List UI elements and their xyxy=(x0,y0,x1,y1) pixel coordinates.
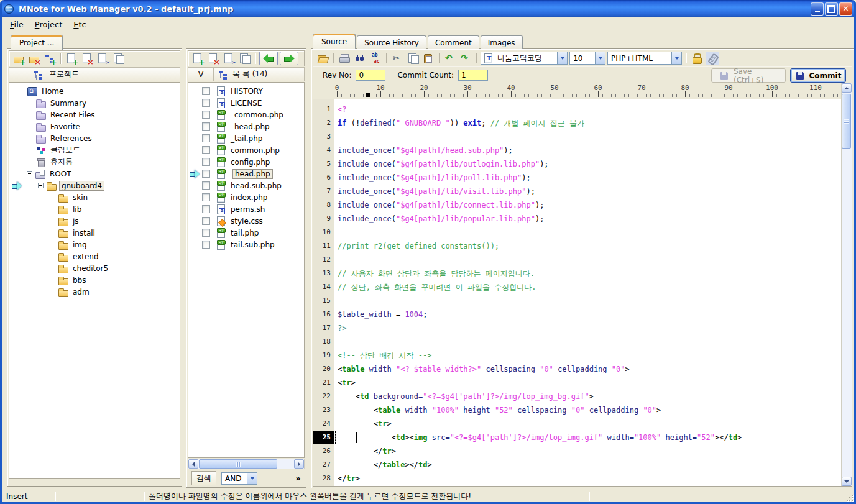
search-button[interactable]: 검색 xyxy=(191,471,216,485)
file-item-_common-php[interactable]: _common.php xyxy=(188,109,304,121)
horizontal-scrollbar[interactable] xyxy=(188,459,305,469)
file-item-head-sub-php[interactable]: head.sub.php xyxy=(188,180,304,191)
code-area[interactable]: <?if (!defined("_GNUBOARD_")) exit; // 개… xyxy=(335,99,841,486)
cut-button[interactable] xyxy=(390,52,404,65)
menu-file[interactable]: File xyxy=(4,18,29,31)
tree-expander-icon[interactable] xyxy=(38,183,44,188)
file-item-perms-sh[interactable]: perms.sh xyxy=(188,203,304,215)
file-checkbox[interactable] xyxy=(202,158,210,166)
tree-item-클립보드[interactable]: 클립보드 xyxy=(9,144,180,156)
scroll-up-button[interactable] xyxy=(842,83,852,93)
file-item-common-php[interactable]: common.php xyxy=(188,144,304,156)
file-checkbox[interactable] xyxy=(202,111,210,119)
file-item-LICENSE[interactable]: LICENSE xyxy=(188,97,304,109)
file-checkbox[interactable] xyxy=(202,122,210,131)
tree-item-휴지통[interactable]: 휴지통 xyxy=(9,156,180,168)
tree-item-gnuboard4[interactable]: gnuboard4 xyxy=(9,180,180,191)
undo-button[interactable] xyxy=(443,52,457,65)
rev-no-input[interactable]: 0 xyxy=(356,70,385,81)
close-button[interactable] xyxy=(839,2,852,16)
commit-button[interactable]: Commit xyxy=(790,68,846,83)
chevron-down-icon[interactable] xyxy=(595,52,605,64)
file-checkbox[interactable] xyxy=(202,205,210,213)
file-list[interactable]: HISTORYLICENSE_common.php_head.php_tail.… xyxy=(188,82,305,458)
project-tree-header[interactable]: 프로젝트 xyxy=(9,67,180,81)
file-checkbox[interactable] xyxy=(202,229,210,237)
tree-add-button[interactable] xyxy=(43,52,57,65)
file-cut-button[interactable] xyxy=(222,52,236,65)
file-copy-button[interactable] xyxy=(111,52,125,65)
chevron-down-icon[interactable] xyxy=(247,473,257,484)
tab-source-history[interactable]: Source History xyxy=(357,35,426,49)
search-operator-select[interactable]: AND xyxy=(221,472,257,485)
file-add-button[interactable] xyxy=(191,52,205,65)
paste-button[interactable] xyxy=(421,52,435,65)
file-checkbox[interactable] xyxy=(202,134,210,142)
commit-count-input[interactable]: 1 xyxy=(458,70,488,81)
vertical-scrollbar[interactable] xyxy=(841,83,852,486)
file-item-tail-php[interactable]: tail.php xyxy=(188,227,304,239)
menu-project[interactable]: Project xyxy=(29,18,68,31)
tree-item-cheditor5[interactable]: cheditor5 xyxy=(9,262,180,274)
folder-delete-button[interactable] xyxy=(27,52,41,65)
save-button[interactable]: Save (Ctrl+S) xyxy=(711,68,786,83)
file-delete-button[interactable] xyxy=(80,52,94,65)
check-column-header[interactable]: V xyxy=(188,70,213,79)
tree-item-favorite[interactable]: Favorite xyxy=(9,121,180,132)
tree-item-install[interactable]: install xyxy=(9,227,180,239)
file-checkbox[interactable] xyxy=(202,146,210,154)
file-checkbox[interactable] xyxy=(202,99,210,107)
redo-button[interactable] xyxy=(459,52,472,65)
tab-source[interactable]: Source xyxy=(313,34,356,49)
file-checkbox[interactable] xyxy=(202,217,210,225)
code-editor[interactable]: 0102030405060708090100110 12345678910111… xyxy=(313,83,852,487)
file-item-_tail-php[interactable]: _tail.php xyxy=(188,132,304,144)
arrow-right-button[interactable] xyxy=(280,52,298,65)
scroll-right-button[interactable] xyxy=(294,459,304,469)
lock-button[interactable] xyxy=(690,52,704,65)
tree-item-summary[interactable]: Summary xyxy=(9,97,180,109)
tab-images[interactable]: Images xyxy=(481,35,523,49)
open-folder-button[interactable] xyxy=(316,52,329,65)
project-tree[interactable]: HomeSummaryRecent FilesFavoriteReference… xyxy=(9,82,180,479)
scrollbar-thumb[interactable] xyxy=(842,94,851,149)
tree-item-extend[interactable]: extend xyxy=(9,250,180,262)
scrollbar-thumb[interactable] xyxy=(199,459,277,469)
file-checkbox[interactable] xyxy=(202,170,210,178)
file-add-button[interactable] xyxy=(65,52,78,65)
menu-etc[interactable]: Etc xyxy=(68,18,91,31)
file-cut-button[interactable] xyxy=(96,52,109,65)
find-button[interactable] xyxy=(353,52,367,65)
language-select[interactable]: PHP+HTML xyxy=(607,52,682,65)
tree-item-references[interactable]: References xyxy=(9,132,180,144)
tree-item-recent-files[interactable]: Recent Files xyxy=(9,109,180,121)
chevron-down-icon[interactable] xyxy=(557,52,567,64)
tree-item-bbs[interactable]: bbs xyxy=(9,274,180,286)
paperclip-button[interactable] xyxy=(706,52,719,65)
tree-item-img[interactable]: img xyxy=(9,239,180,250)
font-select[interactable]: 나눔고딕코딩 xyxy=(481,52,568,65)
file-delete-button[interactable] xyxy=(206,52,220,65)
file-item-HISTORY[interactable]: HISTORY xyxy=(188,85,304,97)
file-item-style-css[interactable]: style.css xyxy=(188,215,304,227)
scroll-left-button[interactable] xyxy=(188,459,198,469)
file-checkbox[interactable] xyxy=(202,181,210,190)
title-bar[interactable]: MNote for Web Manager v0.2 - default_prj… xyxy=(0,0,856,17)
folder-add-button[interactable] xyxy=(12,52,25,65)
tree-item-skin[interactable]: skin xyxy=(9,191,180,203)
font-size-select[interactable]: 10 xyxy=(569,52,605,65)
copy-button[interactable] xyxy=(406,52,420,65)
tree-item-js[interactable]: js xyxy=(9,215,180,227)
file-item-head-php[interactable]: head.php xyxy=(188,168,304,180)
file-item-config-php[interactable]: config.php xyxy=(188,156,304,168)
file-checkbox[interactable] xyxy=(202,193,210,201)
file-copy-button[interactable] xyxy=(237,52,251,65)
file-checkbox[interactable] xyxy=(202,241,210,249)
tree-item-root[interactable]: ROOT xyxy=(9,168,180,180)
file-list-header-label[interactable]: 목 록 (14) xyxy=(232,69,267,80)
maximize-button[interactable] xyxy=(825,2,838,16)
search-more-button[interactable]: » xyxy=(296,474,301,483)
replace-button[interactable] xyxy=(369,52,382,65)
tab-comment[interactable]: Comment xyxy=(428,35,479,49)
tree-expander-icon[interactable] xyxy=(27,171,32,176)
